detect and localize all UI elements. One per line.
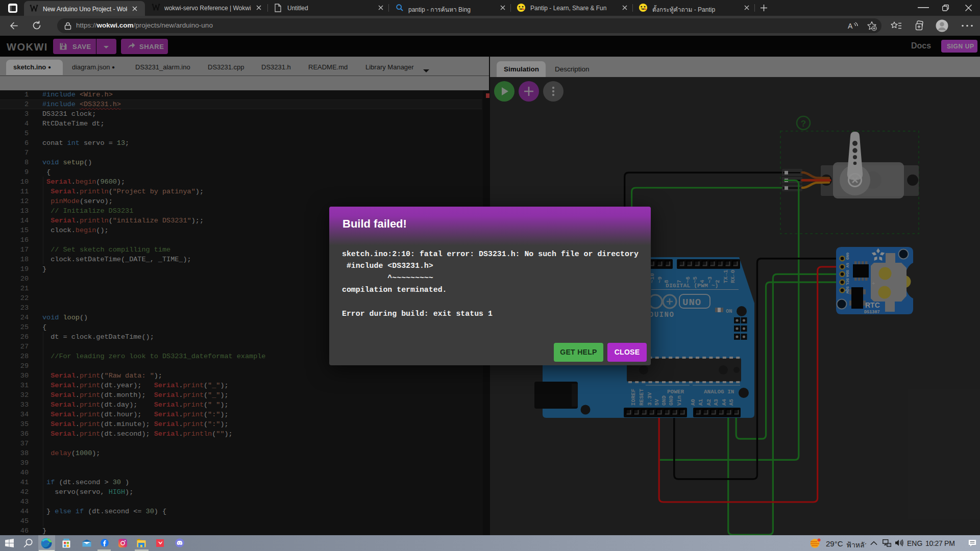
svg-text:A: A: [848, 22, 853, 30]
